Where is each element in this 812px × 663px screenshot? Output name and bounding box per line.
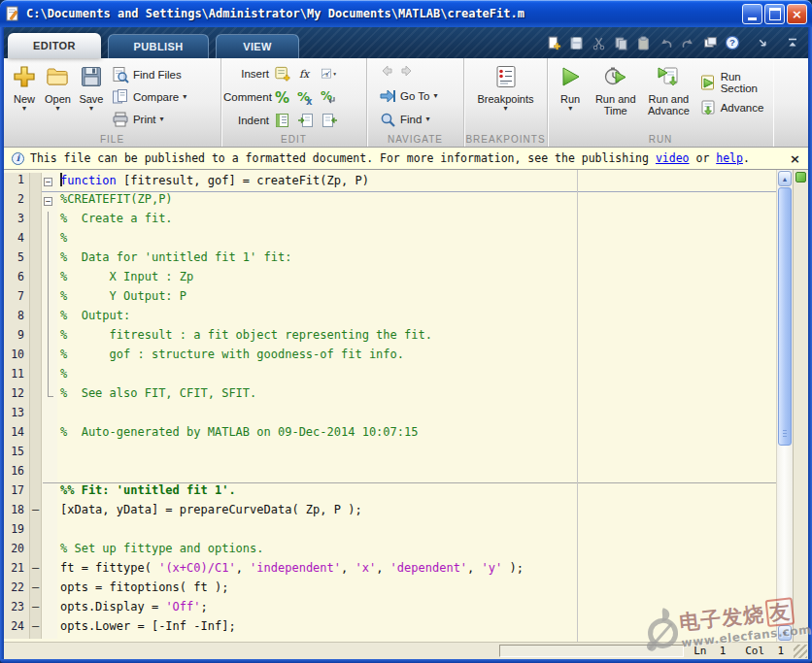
scroll-up-button[interactable]: ▲ xyxy=(778,171,792,186)
code-text[interactable]: % xyxy=(57,231,776,250)
uncomment-button[interactable]: %x xyxy=(297,88,315,106)
breakpoint-gutter[interactable]: – xyxy=(30,619,42,639)
tab-editor[interactable]: EDITOR xyxy=(8,33,101,58)
forward-button[interactable] xyxy=(399,63,415,83)
insert-function-button[interactable]: fx xyxy=(297,65,315,83)
code-line: 17%% Fit: 'untitled fit 1'. xyxy=(4,483,776,503)
line-number: 14 xyxy=(4,425,30,445)
code-text[interactable]: % X Input : Zp xyxy=(57,270,776,289)
breakpoints-button[interactable]: Breakpoints ▾ xyxy=(477,61,533,130)
breakpoint-gutter[interactable] xyxy=(30,386,42,406)
breakpoint-gutter[interactable] xyxy=(30,464,42,483)
video-link[interactable]: video xyxy=(656,151,690,165)
minimize-toolstrip-icon[interactable] xyxy=(785,35,800,50)
save-button[interactable]: Save ▾ xyxy=(79,61,104,130)
smart-indent-button[interactable] xyxy=(274,112,291,129)
code-text[interactable]: % Output: xyxy=(57,309,776,328)
code-text[interactable]: % Data for 'untitled fit 1' fit: xyxy=(57,250,776,270)
breakpoint-gutter[interactable] xyxy=(30,348,42,367)
code-text[interactable]: [xData, yData] = prepareCurveData( Zp, P… xyxy=(57,503,776,522)
breakpoint-gutter[interactable] xyxy=(30,231,42,250)
breakpoint-gutter[interactable] xyxy=(30,309,42,328)
fold-toggle[interactable]: − xyxy=(42,173,57,192)
breakpoint-gutter[interactable] xyxy=(30,522,42,542)
save-icon[interactable] xyxy=(568,35,584,50)
breakpoint-gutter[interactable] xyxy=(30,289,42,309)
code-text[interactable]: opts = fitoptions( ft ); xyxy=(57,580,776,600)
titlebar[interactable]: C:\Documents and Settings\Administrator\… xyxy=(0,0,812,27)
breakpoint-gutter[interactable] xyxy=(30,192,42,212)
code-text[interactable]: ft = fittype( '(x+C0)/C1', 'independent'… xyxy=(57,561,776,580)
code-text[interactable]: % Auto-generated by MATLAB on 09-Dec-201… xyxy=(57,425,776,445)
find-files-button[interactable]: Find Files xyxy=(112,63,186,85)
dock-icon[interactable] xyxy=(755,35,770,50)
indent-left-button[interactable] xyxy=(321,112,338,129)
run-and-time-button[interactable]: Run and Time xyxy=(592,61,638,130)
maximize-button[interactable] xyxy=(764,4,785,24)
print-button[interactable]: Print ▾ xyxy=(112,108,186,130)
code-text[interactable]: %CREATEFIT(ZP,P) xyxy=(57,192,776,212)
run-section-button[interactable]: Run Section xyxy=(699,71,773,94)
run-button[interactable]: Run ▾ xyxy=(554,61,587,130)
advance-button[interactable]: Advance xyxy=(699,96,773,119)
chevron-down-icon: ▾ xyxy=(503,105,507,113)
window-layout-icon[interactable] xyxy=(702,35,718,50)
breakpoint-gutter[interactable] xyxy=(30,483,42,503)
new-button[interactable]: New ▾ xyxy=(12,61,37,130)
code-area[interactable]: 1−function [fitresult, gof] = createFit(… xyxy=(4,170,776,642)
run-and-advance-button[interactable]: Run and Advance xyxy=(644,61,694,130)
scroll-thumb[interactable] xyxy=(778,187,792,446)
code-text[interactable]: % gof : structure with goodness-of fit i… xyxy=(57,348,776,367)
insert-plot-button[interactable]: fi▾ xyxy=(321,65,338,83)
code-text[interactable]: % xyxy=(57,367,776,386)
code-text[interactable]: % fitresult : a fit object representing … xyxy=(57,328,776,348)
find-button[interactable]: Find ▾ xyxy=(379,108,463,131)
breakpoint-gutter[interactable]: – xyxy=(30,600,42,619)
code-text[interactable]: % Y Output: P xyxy=(57,289,776,309)
comment-button[interactable]: % xyxy=(274,88,291,106)
minimize-button[interactable] xyxy=(742,4,762,24)
breakpoint-gutter[interactable] xyxy=(30,212,42,231)
help-icon[interactable]: ? xyxy=(725,35,740,50)
breakpoint-gutter[interactable]: – xyxy=(30,561,42,580)
code-text[interactable] xyxy=(57,464,776,483)
tab-publish[interactable]: PUBLISH xyxy=(108,34,209,58)
breakpoint-gutter[interactable] xyxy=(30,367,42,386)
code-text[interactable] xyxy=(57,406,776,425)
breakpoint-gutter[interactable] xyxy=(30,173,42,192)
breakpoint-gutter[interactable] xyxy=(30,270,42,289)
indent-right-button[interactable] xyxy=(297,112,315,129)
open-button[interactable]: Open ▾ xyxy=(45,61,71,130)
breakpoint-gutter[interactable] xyxy=(30,250,42,270)
code-analyzer-indicator[interactable] xyxy=(795,172,806,182)
code-text[interactable]: function [fitresult, gof] = createFit(Zp… xyxy=(57,173,776,192)
compare-button[interactable]: Compare ▾ xyxy=(112,85,186,108)
breakpoint-gutter[interactable] xyxy=(30,445,42,464)
code-text[interactable] xyxy=(57,522,776,542)
line-number: 18 xyxy=(4,503,30,522)
breakpoint-gutter[interactable] xyxy=(30,328,42,348)
breakpoint-gutter[interactable] xyxy=(30,425,42,445)
goto-button[interactable]: Go To ▾ xyxy=(379,84,463,108)
new-script-icon[interactable] xyxy=(546,35,561,50)
fold-gutter xyxy=(42,483,57,503)
fold-gutter xyxy=(42,580,57,600)
breakpoint-gutter[interactable] xyxy=(30,542,42,561)
code-text[interactable]: % Set up fittype and options. xyxy=(57,542,776,561)
code-text[interactable]: % See also FIT, CFIT, SFIT. xyxy=(57,386,776,406)
breakpoint-gutter[interactable]: – xyxy=(30,580,42,600)
code-text[interactable]: %% Fit: 'untitled fit 1'. xyxy=(57,483,776,503)
help-link[interactable]: help xyxy=(716,151,743,165)
breakpoint-gutter[interactable] xyxy=(30,406,42,425)
breakpoint-gutter[interactable]: – xyxy=(30,503,42,522)
back-button[interactable] xyxy=(379,63,394,83)
fold-toggle[interactable]: − xyxy=(42,192,57,212)
tab-view[interactable]: VIEW xyxy=(216,34,299,58)
wrap-comments-button[interactable]: % xyxy=(321,88,338,106)
infobar-close-icon[interactable]: × xyxy=(790,151,800,166)
close-button[interactable]: × xyxy=(787,4,807,24)
vertical-scrollbar[interactable]: ▲ ▼ xyxy=(776,170,793,642)
insert-section-button[interactable] xyxy=(274,65,291,83)
code-text[interactable]: % Create a fit. xyxy=(57,212,776,231)
code-text[interactable] xyxy=(57,445,776,464)
